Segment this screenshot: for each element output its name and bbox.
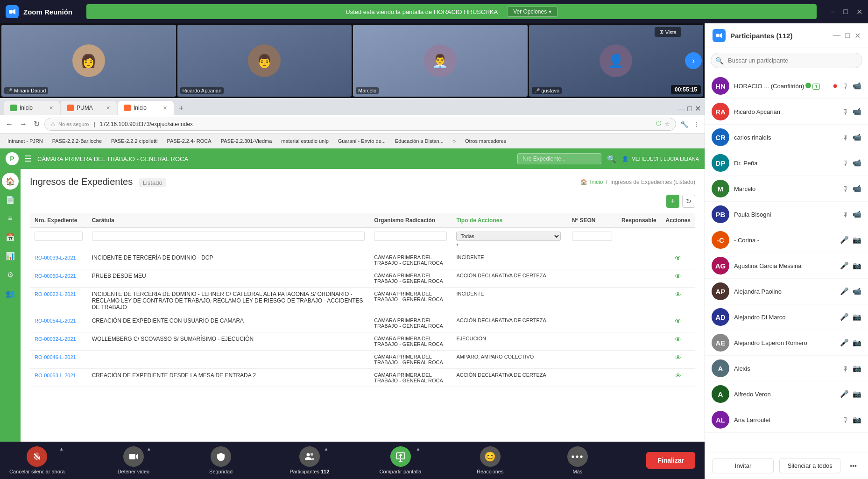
browser-minimize-button[interactable]: —: [677, 105, 685, 113]
maximize-button[interactable]: □: [843, 7, 848, 16]
mic-muted-icon[interactable]: 🎤: [840, 390, 849, 398]
refresh-button[interactable]: ↻: [682, 195, 695, 208]
browser-more-icon[interactable]: ⋮: [692, 119, 701, 129]
participant-item-corina[interactable]: -C - Corina - 🎤 📷: [705, 227, 868, 253]
browser-close-button[interactable]: ✕: [695, 104, 701, 113]
bookmark-educacion[interactable]: Educación a Distan...: [391, 137, 447, 145]
mic-icon[interactable]: 🎙: [842, 365, 849, 373]
participant-item-carlos[interactable]: CR carlos rinaldis 🎙 📹: [705, 125, 868, 150]
filter-caratula[interactable]: [92, 232, 365, 241]
mute-arrow-icon[interactable]: ▲: [59, 446, 64, 451]
video-on-icon[interactable]: 📹: [853, 184, 861, 193]
mute-button[interactable]: Cancelar silenciar ahora ▲: [9, 446, 65, 474]
filter-nro[interactable]: [35, 232, 83, 241]
bookmark-pase-viedma[interactable]: PASE-2.2.301-Viedma: [217, 137, 276, 145]
participant-item-horacio[interactable]: HN HORACIO ... (Coanfitrión)⬆ ⏺ 🎙 📹: [705, 73, 868, 99]
mic-icon[interactable]: 🎙: [842, 82, 849, 90]
mic-icon[interactable]: 🎙: [842, 211, 849, 218]
participant-item-alejandra-p[interactable]: AP Alejandra Paolino 🎤 📹: [705, 279, 868, 304]
new-tab-button[interactable]: +: [175, 102, 188, 115]
sidebar-item-users[interactable]: 👥: [2, 285, 19, 302]
browser-tab-inicio2[interactable]: Inicio ✕: [118, 101, 174, 115]
panel-expand-button[interactable]: □: [845, 31, 850, 40]
exp-link-1[interactable]: RO-00050-L-2021: [35, 273, 76, 279]
panel-minimize-button[interactable]: —: [833, 31, 840, 40]
participant-item-alfredo[interactable]: A Alfredo Veron 🎤 📷: [705, 381, 868, 407]
more-button[interactable]: ••• Más: [559, 446, 596, 474]
video-arrow-icon[interactable]: ▲: [147, 446, 151, 451]
sidebar-item-stats[interactable]: 📊: [2, 247, 19, 264]
tab-close-puma[interactable]: ✕: [106, 105, 110, 111]
video-on-icon[interactable]: 📹: [853, 287, 861, 296]
next-video-arrow[interactable]: ›: [685, 52, 702, 69]
view-button-2[interactable]: 👁: [675, 291, 681, 298]
mic-muted-icon[interactable]: 🎤: [840, 287, 849, 296]
sidebar-item-home[interactable]: 🏠: [2, 173, 19, 190]
bookmark-material-estudio[interactable]: material estudio unlp: [277, 137, 332, 145]
video-off-icon[interactable]: 📷: [853, 313, 861, 321]
panel-more-button[interactable]: •••: [846, 458, 861, 473]
finalizar-button[interactable]: Finalizar: [646, 452, 695, 469]
bookmark-pase-cipolletti[interactable]: PASE-2.2.2 cipolletti: [107, 137, 161, 145]
exp-link-0[interactable]: RO-00039-L-2021: [35, 255, 76, 261]
mic-icon[interactable]: 🎙: [842, 108, 849, 116]
tab-close-inicio1[interactable]: ✕: [49, 105, 53, 111]
bookmark-guarani[interactable]: Guaraní - Envío de...: [334, 137, 389, 145]
exp-link-3[interactable]: RO-00054-L-2021: [35, 318, 76, 324]
reload-button[interactable]: ↻: [32, 118, 42, 130]
pase-menu-icon[interactable]: ☰: [24, 154, 32, 164]
video-button[interactable]: Detener video ▲: [115, 446, 152, 474]
video-tile-miriam[interactable]: 👩 🎤 Miriam Daoud: [1, 25, 176, 97]
forward-button[interactable]: →: [18, 118, 29, 130]
participant-item-dr-pena[interactable]: DP Dr. Peña 🎙 📹: [705, 150, 868, 176]
view-button-5[interactable]: 👁: [675, 354, 681, 361]
mic-icon[interactable]: 🎙: [842, 134, 849, 141]
breadcrumb-inicio[interactable]: Inicio: [590, 179, 603, 185]
exp-link-4[interactable]: RO-00032-L-2021: [35, 336, 76, 342]
participant-item-marcelo[interactable]: M Marcelo 🎙 📹: [705, 176, 868, 202]
minimize-button[interactable]: –: [831, 7, 835, 16]
video-on-icon[interactable]: 📹: [853, 159, 861, 167]
participant-item-ana[interactable]: AL Ana Larroulet 🎙 📷: [705, 407, 868, 433]
sidebar-item-calendar[interactable]: 📅: [2, 229, 19, 246]
view-button-4[interactable]: 👁: [675, 336, 681, 343]
participant-search-input[interactable]: [711, 53, 862, 68]
participant-item-agustina[interactable]: AG Agustina Garcia Messina 🎤 📷: [705, 253, 868, 279]
mic-icon[interactable]: 🎙: [842, 159, 849, 167]
participant-item-alejandro-dm[interactable]: AD Alejandro Di Marco 🎤 📷: [705, 304, 868, 330]
pase-search-button[interactable]: 🔍: [607, 155, 616, 163]
sidebar-item-list[interactable]: ≡: [2, 210, 19, 227]
video-on-icon[interactable]: 📹: [853, 210, 861, 218]
filter-tipo-acciones[interactable]: Todas INCIDENTE ACCIÓN DECLARATIVA DE CE…: [456, 232, 561, 241]
browser-tab-puma[interactable]: PUMA ✕: [61, 101, 117, 115]
participant-item-alexis[interactable]: A Alexis 🎙 📷: [705, 356, 868, 381]
sidebar-item-docs[interactable]: 📄: [2, 191, 19, 208]
participant-item-paula[interactable]: PB Paula Bisogni 🎙 📹: [705, 202, 868, 227]
view-button-6[interactable]: 👁: [675, 372, 681, 380]
video-off-icon[interactable]: 📷: [853, 236, 861, 244]
bookmark-star-icon[interactable]: ☆: [664, 120, 670, 127]
view-button-0[interactable]: 👁: [675, 254, 681, 262]
participants-arrow-icon[interactable]: ▲: [324, 446, 328, 451]
exp-link-2[interactable]: RO-00022-L-2021: [35, 291, 76, 297]
video-on-icon[interactable]: 📹: [853, 82, 861, 90]
sidebar-item-settings[interactable]: ⚙: [2, 266, 19, 283]
pase-search-input[interactable]: [517, 153, 601, 164]
mute-all-button[interactable]: Silenciar a todos: [779, 458, 840, 473]
mic-muted-icon[interactable]: 🎤: [840, 261, 849, 270]
video-on-icon[interactable]: 📹: [853, 133, 861, 141]
reactions-button[interactable]: 😊 Reacciones: [472, 446, 509, 474]
tab-close-inicio2[interactable]: ✕: [163, 105, 167, 111]
filter-seon[interactable]: [572, 232, 612, 241]
mic-muted-icon[interactable]: 🎤: [840, 338, 849, 347]
view-button-3[interactable]: 👁: [675, 317, 681, 325]
share-arrow-icon[interactable]: ▲: [416, 446, 421, 451]
mic-muted-icon[interactable]: 🎤: [840, 313, 849, 321]
mic-icon[interactable]: 🎙: [842, 416, 849, 424]
video-off-icon[interactable]: 📷: [853, 261, 861, 270]
add-button[interactable]: +: [666, 195, 679, 208]
video-off-icon[interactable]: 📷: [853, 390, 861, 398]
panel-close-button[interactable]: ✕: [854, 31, 861, 40]
security-button[interactable]: Seguridad: [202, 446, 240, 474]
video-off-icon[interactable]: 📷: [853, 416, 861, 424]
